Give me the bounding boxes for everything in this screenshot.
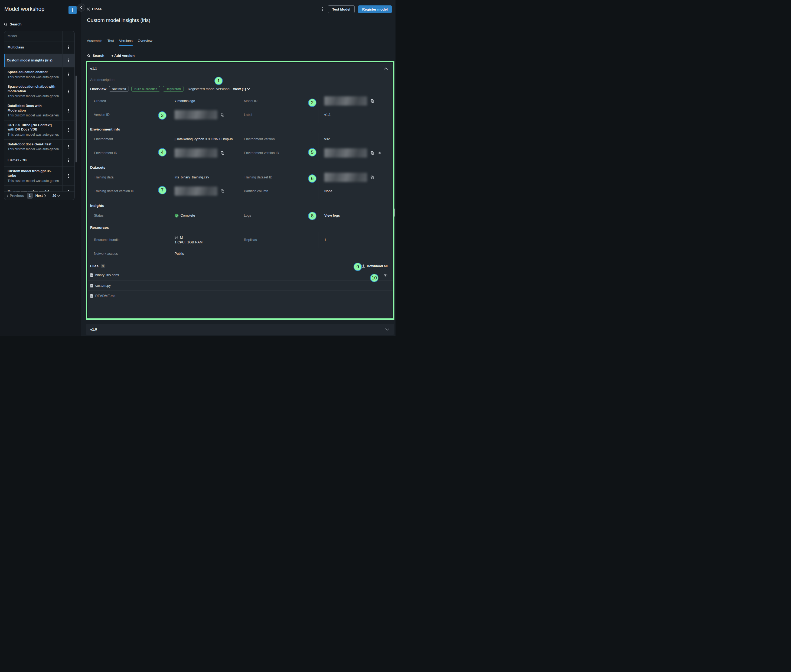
- sidebar-item-custom-model-insights-iris[interactable]: Custom model insights (iris): [4, 54, 74, 67]
- logs-label: Logs: [244, 210, 319, 221]
- sidebar-item-my-new-regression-model[interactable]: My new regression model: [4, 186, 74, 191]
- partition-column-label: Partition column: [244, 183, 319, 199]
- partition-column-value: None: [319, 183, 393, 199]
- annotation-circle-10: 10: [370, 274, 379, 282]
- sidebar-item-custom-model-from-gpt-35-turbo[interactable]: Custom model from gpt-35-turbo This cust…: [4, 166, 74, 186]
- sidebar-search-label: Search: [10, 22, 21, 26]
- row-menu-button[interactable]: [62, 140, 74, 154]
- model-list-header: Model: [8, 34, 59, 38]
- download-all-button[interactable]: Download all: [362, 264, 388, 268]
- kebab-icon: [68, 90, 69, 93]
- model-description: This custom model was auto-generat..: [8, 113, 59, 117]
- copy-icon[interactable]: [370, 151, 374, 155]
- annotation-circle-4: 4: [158, 148, 166, 157]
- bundle-specs: 1 CPU | 1GB RAM: [174, 240, 203, 244]
- main-panel: Close Test Model Register model Custom m…: [81, 0, 395, 336]
- badge-not-tested: Not tested: [109, 86, 129, 91]
- kebab-icon: [322, 7, 323, 11]
- bundle-size: M: [180, 236, 183, 240]
- label-label: Label: [244, 107, 319, 123]
- sidebar-item-llama2-7b[interactable]: Llama2 - 7B: [4, 154, 74, 167]
- sidebar-header: Model workshop: [0, 0, 81, 14]
- row-menu-button[interactable]: [62, 101, 74, 120]
- version-card-v1-0[interactable]: v1.0: [86, 324, 394, 335]
- header-menu-button[interactable]: [321, 6, 324, 13]
- sidebar-scrollbar[interactable]: [75, 75, 77, 162]
- search-icon: [4, 22, 8, 26]
- status-label: Status: [88, 210, 169, 221]
- row-menu-button[interactable]: [62, 42, 74, 54]
- pagination-previous[interactable]: Previous: [6, 194, 24, 198]
- kebab-icon: [68, 158, 69, 162]
- copy-icon[interactable]: [221, 151, 224, 155]
- environment-version-value: v32: [319, 133, 393, 145]
- view-logs-link[interactable]: View logs: [319, 210, 393, 221]
- sidebar-item-multiclass[interactable]: Multiclass: [4, 42, 74, 54]
- file-row-binary-iris-onnx[interactable]: binary_iris.onnx: [88, 270, 393, 280]
- register-model-button[interactable]: Register model: [358, 5, 392, 13]
- kebab-icon: [68, 145, 69, 149]
- pagination-next[interactable]: Next: [35, 194, 46, 198]
- resources-heading: Resources: [90, 226, 109, 230]
- collapse-sidebar-button[interactable]: [77, 3, 85, 12]
- chevron-up-icon[interactable]: [384, 67, 388, 70]
- environment-version-id-label: Environment version ID: [244, 145, 319, 161]
- page-title: Custom model insights (iris): [87, 17, 150, 23]
- versions-search[interactable]: Search: [87, 54, 104, 58]
- row-menu-button[interactable]: [62, 154, 74, 166]
- row-menu-button[interactable]: [62, 120, 74, 139]
- file-code-icon: [90, 284, 93, 288]
- add-description-field[interactable]: Add description: [90, 78, 393, 82]
- close-button[interactable]: Close: [87, 7, 102, 11]
- page-size-select[interactable]: 20: [53, 194, 60, 198]
- annotation-circle-7: 7: [158, 186, 166, 194]
- version-id-label: Version ID: [88, 107, 169, 123]
- sidebar-title: Model workshop: [4, 6, 45, 12]
- eye-icon[interactable]: [377, 151, 382, 155]
- version-label: v1.0: [90, 327, 97, 331]
- model-description: This custom model was auto-generat..: [8, 133, 59, 137]
- tab-versions[interactable]: Versions: [119, 39, 133, 46]
- model-list: Model Multiclass Custom model insights (…: [4, 31, 75, 200]
- plus-icon: [71, 8, 74, 12]
- main-scrollbar[interactable]: [395, 208, 395, 217]
- view-registered-versions-button[interactable]: View (1): [233, 87, 250, 91]
- add-model-button[interactable]: [69, 6, 77, 14]
- row-menu-button[interactable]: [62, 186, 74, 191]
- kebab-icon: [68, 174, 69, 178]
- row-menu-button[interactable]: [62, 166, 74, 186]
- pagination: Previous 1 Next 20: [4, 191, 74, 200]
- kebab-icon: [68, 128, 69, 132]
- version-card-header[interactable]: v1.1: [88, 63, 393, 70]
- sidebar-item-datarobot-docs-genai-test[interactable]: DataRobot docs GenAI test This custom mo…: [4, 140, 74, 154]
- training-data-value: iris_binary_training.csv: [169, 172, 244, 183]
- row-menu-button[interactable]: [62, 54, 74, 67]
- test-model-button[interactable]: Test Model: [328, 5, 355, 13]
- training-dataset-id-value: [319, 172, 393, 183]
- file-row-custom-py[interactable]: custom.py: [88, 280, 393, 291]
- sidebar-search[interactable]: Search: [4, 22, 77, 26]
- tab-overview[interactable]: Overview: [138, 39, 152, 46]
- pagination-page-1[interactable]: 1: [27, 193, 33, 199]
- environment-id-value: [169, 145, 244, 161]
- files-section-header: Files 3 Download all: [90, 264, 388, 268]
- copy-icon[interactable]: [370, 176, 374, 179]
- sidebar-item-gpt-35-turbo-no-context[interactable]: GPT 3.5 Turbo [No Context] with DR Docs …: [4, 120, 74, 140]
- copy-icon[interactable]: [221, 189, 224, 193]
- file-code-icon: [90, 294, 93, 298]
- badge-build-succeeded: Build succeeded: [131, 86, 160, 91]
- eye-icon[interactable]: [384, 274, 388, 277]
- row-menu-button[interactable]: [62, 82, 74, 101]
- add-version-button[interactable]: + Add version: [111, 54, 134, 58]
- sidebar-item-space-education-chatbot-with-moderation[interactable]: Space education chatbot with moderation …: [4, 82, 74, 101]
- sidebar-item-datarobot-docs-with-moderation[interactable]: DataRobot Docs with Moderation This cust…: [4, 101, 74, 120]
- model-list-header-row: Model: [4, 31, 74, 42]
- copy-icon[interactable]: [221, 113, 224, 117]
- tab-assemble[interactable]: Assemble: [87, 39, 102, 46]
- file-row-readme-md[interactable]: README.md: [88, 291, 393, 301]
- tab-test[interactable]: Test: [107, 39, 114, 46]
- resources-fields: Resource bundle M 1 CPU | 1GB RAM Replic…: [88, 232, 393, 259]
- sidebar-item-space-education-chatbot[interactable]: Space education chatbot This custom mode…: [4, 67, 74, 82]
- copy-icon[interactable]: [370, 99, 374, 103]
- row-menu-button[interactable]: [62, 67, 74, 82]
